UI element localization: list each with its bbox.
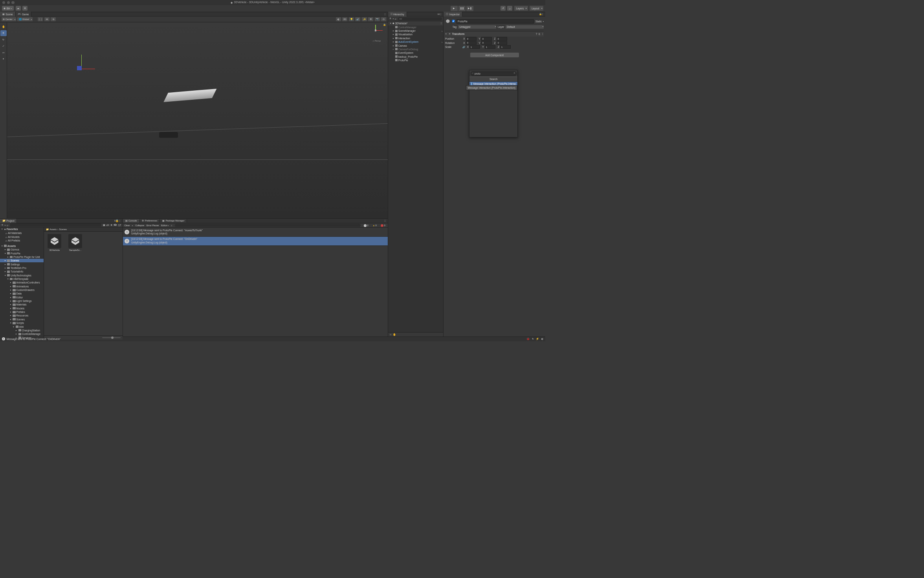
hierarchy-item[interactable]: EventSystem <box>388 51 444 55</box>
tree-item[interactable]: ▸AnimationControllers <box>0 281 44 284</box>
filter-label-icon[interactable]: 🏷 <box>106 224 109 227</box>
help-icon[interactable]: ? <box>536 33 537 35</box>
draw-mode-button[interactable]: ◐ <box>336 17 341 22</box>
tree-item[interactable]: ▸ControlsManage <box>0 332 44 336</box>
tree-item[interactable]: ▸Settings <box>0 262 44 266</box>
hand-tool[interactable]: ✋ <box>0 24 6 29</box>
orientation-gizmo[interactable] <box>369 25 383 38</box>
thumbnail-size-slider[interactable] <box>102 337 121 338</box>
space-dropdown[interactable]: 🌐Global <box>17 17 33 22</box>
auto-refresh-icon[interactable]: ↻ <box>532 337 534 340</box>
lock-icon[interactable]: 🔒 <box>383 24 386 26</box>
search-button[interactable]: ⌕ <box>507 6 512 11</box>
project-tree[interactable]: ▾★Favorites ⌕ All Materials ⌕ All Models… <box>0 227 44 340</box>
console-search[interactable] <box>175 224 361 227</box>
position-z[interactable] <box>497 37 507 40</box>
lighting-button[interactable]: 💡 <box>349 17 354 22</box>
tree-item[interactable]: ▸Light Settings <box>0 299 44 303</box>
scene-root[interactable]: ▾◆3DVehicle* ⋮ <box>388 21 444 25</box>
scale-x[interactable] <box>469 45 480 49</box>
visibility-button[interactable]: 👁 <box>368 17 373 22</box>
panel-lock[interactable]: 🔒 <box>116 219 119 222</box>
tree-item[interactable]: ▸ChargingStation <box>0 329 44 332</box>
hierarchy-body[interactable]: ▾◆3DVehicle* ⋮ ControlManager▸SceneManag… <box>388 21 444 332</box>
clear-icon[interactable]: ✕ <box>513 72 515 74</box>
camera-button[interactable]: 📷 <box>375 17 380 22</box>
add-button[interactable]: + <box>389 17 391 20</box>
hierarchy-item[interactable]: ▸Visualization <box>388 33 444 36</box>
tree-item[interactable]: ▾ProtoPie <box>0 251 44 255</box>
project-breadcrumb[interactable]: 📁 Assets › Scenes <box>44 227 123 232</box>
tree-item[interactable]: ▸Data <box>0 292 44 295</box>
tree-item[interactable]: ▸Models <box>0 307 44 310</box>
add-component-button[interactable]: Add Component <box>470 53 519 57</box>
pause-button[interactable]: ❚❚ <box>458 6 466 11</box>
snap-toggle-button[interactable]: ⧉ <box>51 17 56 22</box>
tree-item[interactable]: ▸Scenes <box>0 259 44 262</box>
assets-root[interactable]: ▾Assets <box>0 244 44 248</box>
step-button[interactable]: ▶❚ <box>466 6 473 11</box>
tree-item[interactable]: ▸Prefabs <box>0 310 44 314</box>
asset-samplescene[interactable]: SampleSc... <box>67 234 83 251</box>
component-search-input[interactable] <box>471 71 517 76</box>
snap-inc-button[interactable]: ⊞ <box>44 17 50 22</box>
asset-3dvehicle[interactable]: 3DVehicle <box>46 234 62 251</box>
scale-z[interactable] <box>500 45 511 49</box>
link-scale-icon[interactable]: 🔗 <box>462 46 465 48</box>
tab-menu[interactable]: ⋮ <box>384 13 386 16</box>
tree-item[interactable]: ▾HMITemplate <box>0 277 44 281</box>
eye-icon[interactable]: 👁 <box>389 333 392 336</box>
fav-all-materials[interactable]: ⌕ All Materials <box>0 231 44 235</box>
collapse-button[interactable]: Collapse <box>135 224 144 227</box>
hierarchy-item[interactable]: ▸CanvasForDebug <box>388 48 444 51</box>
scale-tool[interactable]: ⤢ <box>0 43 6 49</box>
tab-menu[interactable]: ⋮ <box>119 219 121 222</box>
hierarchy-item[interactable]: ▸Interaction <box>388 37 444 40</box>
window-close[interactable] <box>2 1 5 4</box>
play-button[interactable]: ▶ <box>451 6 458 11</box>
tree-item[interactable]: ▸Scenes <box>0 318 44 321</box>
position-y[interactable] <box>481 37 492 40</box>
tab-preferences[interactable]: ⚙Preferences <box>140 219 160 223</box>
scale-y[interactable] <box>485 45 495 49</box>
tree-item[interactable]: ▸TextMesh Pro <box>0 266 44 270</box>
filter-save-icon[interactable]: ★ <box>110 223 112 227</box>
tree-item[interactable]: ▾Scripts <box>0 321 44 325</box>
console-body[interactable]: ![10:12:08] Message sent to ProtoPie Con… <box>123 228 388 336</box>
console-log-item[interactable]: ![10:12:08] Message sent to ProtoPie Con… <box>123 228 388 237</box>
favorites-header[interactable]: ▾★Favorites <box>0 227 44 231</box>
transform-header[interactable]: ▾ ⤧ Transform ? ⎘ ⋮ <box>445 31 544 37</box>
tab-menu[interactable]: ⋮ <box>541 13 544 16</box>
hand-icon[interactable]: ✋ <box>393 333 396 336</box>
gizmos-button[interactable]: ⊙ <box>381 17 386 22</box>
tab-menu[interactable]: ⋮ <box>384 219 386 222</box>
tree-item[interactable]: ▸Editor <box>0 296 44 299</box>
settings-button[interactable]: ⚙ <box>22 6 28 11</box>
editor-dropdown[interactable]: Editor ▾ <box>161 224 169 227</box>
tag-dropdown[interactable]: Untagged <box>458 25 497 29</box>
component-menu[interactable]: ⋮ <box>541 32 544 35</box>
rotate-tool[interactable]: ↻ <box>0 37 6 42</box>
hierarchy-item[interactable]: ▸AutoEventSystem› <box>388 40 444 44</box>
layer-dropdown[interactable]: Default <box>506 25 544 29</box>
tree-item[interactable]: ▸Animations <box>0 285 44 288</box>
hierarchy-search[interactable] <box>398 17 442 20</box>
scene-menu[interactable]: ⋮ <box>440 22 442 25</box>
filter-type-icon[interactable]: ▦ <box>103 223 105 227</box>
rect-tool[interactable]: ▭ <box>0 49 6 55</box>
window-zoom[interactable] <box>11 1 14 4</box>
tree-item[interactable]: ▸ProtoPie Plugin for Unit <box>0 255 44 259</box>
pivot-dropdown[interactable]: ⊕Center <box>2 17 16 22</box>
gameobject-name-field[interactable] <box>456 19 534 24</box>
rotation-z[interactable] <box>497 41 507 45</box>
mode-2d-button[interactable]: 2D <box>342 17 347 22</box>
error-pause-button[interactable]: Error Pause <box>147 224 159 227</box>
tab-package-manager[interactable]: ▦Package Manager <box>160 219 187 223</box>
hierarchy-item[interactable]: backup_ProtoPie <box>388 55 444 58</box>
transform-tool[interactable]: ✦ <box>0 56 6 62</box>
tab-menu[interactable]: ⋮ <box>440 13 442 16</box>
error-count[interactable]: !0 <box>380 224 386 227</box>
cloud-button[interactable]: ☁ <box>16 6 21 11</box>
tab-game[interactable]: 🎮Game <box>16 12 32 16</box>
bug-icon[interactable]: 🐞 <box>526 337 530 340</box>
